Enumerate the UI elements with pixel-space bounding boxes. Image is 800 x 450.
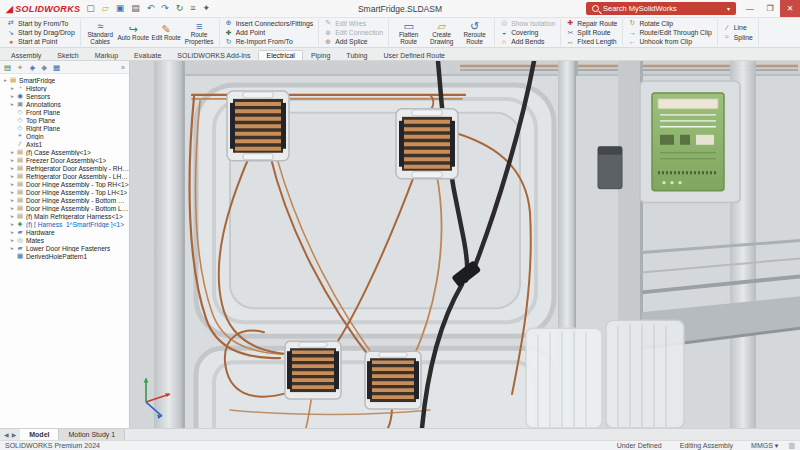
tree-item-refrigerator-door-assembly-lh-2[interactable]: ▸▤Refrigerator Door Assembly - LH<2> — [0, 172, 129, 180]
tab-sketch[interactable]: Sketch — [49, 50, 86, 60]
tree-item-right-plane[interactable]: ◇Right Plane — [0, 124, 129, 132]
model-tab-motion-study-1[interactable]: Motion Study 1 — [59, 429, 125, 440]
add-point-button[interactable]: ✚Add Point — [223, 28, 315, 37]
units-selector[interactable]: MMGS ▾ — [751, 442, 778, 450]
left-frame-beams[interactable] — [130, 61, 185, 428]
featuremanager-tree-icon[interactable]: ▤ — [4, 63, 11, 72]
tree-item-front-plane[interactable]: ◇Front Plane — [0, 108, 129, 116]
dimxpertmanager-icon[interactable]: ◆ — [41, 63, 47, 72]
minimize-button[interactable]: — — [740, 0, 760, 17]
reroute-route-button[interactable]: ↺Reroute Route — [458, 19, 491, 46]
tree-item-origin[interactable]: +Origin — [0, 132, 129, 140]
expand-arrow-icon[interactable]: ▸ — [9, 205, 16, 211]
covering-button[interactable]: ◒Covering — [498, 28, 557, 37]
tab-evaluate[interactable]: Evaluate — [126, 50, 169, 60]
tree-item-sensors[interactable]: ▸◉Sensors — [0, 92, 129, 100]
tree-item-door-hinge-assembly-top-rh-1[interactable]: ▸▤Door Hinge Assembly - Top RH<1> — [0, 180, 129, 188]
tree-item-axis1[interactable]: ∕Axis1 — [0, 140, 129, 148]
expand-arrow-icon[interactable]: ▸ — [9, 189, 16, 195]
new-document-icon[interactable]: ▢ — [86, 4, 95, 13]
tree-item-f-main-refrigerator-harness-1[interactable]: ▸▤(f) Main Refrigerator Harness<1> — [0, 212, 129, 220]
start-at-point-button[interactable]: ●Start at Point — [5, 37, 77, 46]
line-button[interactable]: ∕Line — [721, 23, 755, 32]
graphics-viewport[interactable] — [130, 61, 800, 428]
tab-solidworks-add-ins[interactable]: SOLIDWORKS Add-Ins — [169, 50, 258, 60]
connector-block-top-left[interactable] — [227, 91, 289, 161]
tab-electrical[interactable]: Electrical — [258, 50, 302, 60]
tree-item-door-hinge-assembly-top-lh-1[interactable]: ▸▤Door Hinge Assembly - Top LH<1> — [0, 188, 129, 196]
expand-arrow-icon[interactable]: ▸ — [9, 165, 16, 171]
tab-scroll-arrows[interactable]: ◀ ▶ — [0, 431, 20, 438]
redo-icon[interactable]: ↷ — [161, 4, 169, 13]
connector-block-bottom-left[interactable] — [285, 341, 341, 399]
tab-user-defined-route[interactable]: User Defined Route — [376, 50, 453, 60]
expand-arrow-icon[interactable]: ▸ — [9, 157, 16, 163]
start-by-drag-drop-button[interactable]: ↘Start by Drag/Drop — [5, 28, 77, 37]
repair-route-button[interactable]: ✚Repair Route — [564, 19, 619, 28]
rotate-clip-button[interactable]: ↻Rotate Clip — [626, 19, 713, 28]
tab-scroll-right-icon[interactable]: ▶ — [12, 431, 17, 438]
tab-assembly[interactable]: Assembly — [3, 50, 49, 60]
chevron-down-icon[interactable]: ▾ — [727, 5, 730, 12]
tree-item-door-hinge-assembly-bottom-rh-1[interactable]: ▸▤Door Hinge Assembly - Bottom RH<1> — [0, 196, 129, 204]
expand-arrow-icon[interactable]: ▸ — [9, 213, 16, 219]
expand-arrow-icon[interactable]: ▸ — [9, 197, 16, 203]
expand-arrow-icon[interactable]: ▸ — [2, 77, 9, 83]
tab-tubing[interactable]: Tubing — [338, 50, 375, 60]
propertymanager-icon[interactable]: ✦ — [17, 63, 23, 72]
tree-item-top-plane[interactable]: ◇Top Plane — [0, 116, 129, 124]
expand-arrow-icon[interactable]: ▸ — [9, 101, 16, 107]
tree-item-f-harness-1-smartfridge-1[interactable]: ▸◈(f) [ Harness_1^SmartFridge ]<1> — [0, 220, 129, 228]
expand-arrow-icon[interactable]: ▸ — [9, 229, 16, 235]
start-by-from-to-button[interactable]: ⇄Start by From/To — [5, 19, 77, 28]
search-box[interactable]: Search MySolidWorks ▾ — [586, 2, 736, 15]
expand-arrow-icon[interactable]: ▸ — [9, 149, 16, 155]
tree-item-freezer-door-assembly-1[interactable]: ▸▤Freezer Door Assembly<1> — [0, 156, 129, 164]
tree-item-hardware[interactable]: ▸▰Hardware — [0, 228, 129, 236]
tree-item-door-hinge-assembly-bottom-lh-1[interactable]: ▸▤Door Hinge Assembly - Bottom LH<1> — [0, 204, 129, 212]
tab-scroll-left-icon[interactable]: ◀ — [4, 431, 9, 438]
close-button[interactable]: ✕ — [780, 0, 800, 17]
print-icon[interactable]: ▤ — [131, 4, 140, 13]
electrical-component[interactable] — [598, 147, 622, 189]
fixed-length-button[interactable]: ↔Fixed Length — [564, 37, 619, 46]
tree-item-f-case-assembly-1[interactable]: ▸▤(f) Case Assembly<1> — [0, 148, 129, 156]
rebuild-icon[interactable]: ↻ — [176, 4, 184, 13]
edit-route-button[interactable]: ✎Edit Route — [150, 22, 183, 43]
tree-item-lower-door-hinge-fasteners[interactable]: ▸▰Lower Door Hinge Fasteners — [0, 244, 129, 252]
connector-block-top-right[interactable] — [396, 109, 458, 179]
panel-collapse-icon[interactable]: » — [121, 64, 125, 71]
expand-arrow-icon[interactable]: ▸ — [9, 181, 16, 187]
model-tab-model[interactable]: Model — [20, 429, 59, 440]
expand-arrow-icon[interactable]: ▸ — [9, 221, 16, 227]
tree-item-annotations[interactable]: ▸▣Annotations — [0, 100, 129, 108]
file-properties-icon[interactable]: ≡ — [190, 4, 195, 13]
ceiling-structure[interactable] — [130, 61, 800, 77]
split-route-button[interactable]: ✂Split Route — [564, 28, 619, 37]
control-board-assembly[interactable] — [640, 81, 740, 203]
tab-piping[interactable]: Piping — [303, 50, 338, 60]
undo-icon[interactable]: ↶ — [147, 4, 155, 13]
re-import-from-to-button[interactable]: ↻Re-Import From/To — [223, 37, 315, 46]
add-bends-button[interactable]: ∩Add Bends — [498, 37, 557, 46]
add-splice-button[interactable]: ⊕Add Splice — [322, 37, 385, 46]
tree-item-mates[interactable]: ▸◎Mates — [0, 236, 129, 244]
spline-button[interactable]: ≈Spline — [721, 33, 755, 42]
tree-item-derivedholepattern1[interactable]: ▦DerivedHolePattern1 — [0, 252, 129, 260]
expand-arrow-icon[interactable]: ▸ — [9, 173, 16, 179]
maximize-button[interactable]: ❐ — [760, 0, 780, 17]
flatten-route-button[interactable]: ▭Flatten Route — [392, 19, 425, 46]
expand-arrow-icon[interactable]: ▸ — [9, 93, 16, 99]
tab-markup[interactable]: Markup — [87, 50, 126, 60]
expand-arrow-icon[interactable]: ▸ — [9, 237, 16, 243]
save-icon[interactable]: ▣ — [116, 4, 125, 13]
tree-item-refrigerator-door-assembly-rh-1[interactable]: ▸▤Refrigerator Door Assembly - RH<1> — [0, 164, 129, 172]
auto-route-button[interactable]: ↪Auto Route — [117, 22, 150, 43]
unhook-from-clip-button[interactable]: ←Unhook from Clip — [626, 37, 713, 46]
configurationmanager-icon[interactable]: ◈ — [29, 63, 35, 72]
route-edit-through-clip-button[interactable]: →Route/Edit Through Clip — [626, 28, 713, 37]
options-icon[interactable]: ✦ — [203, 4, 211, 13]
route-properties-button[interactable]: ≡Route Properties — [183, 19, 216, 46]
tree-item-smartfridge[interactable]: ▸▤SmartFridge — [0, 76, 129, 84]
pane-toggle-icon[interactable]: ▥ — [788, 442, 795, 450]
